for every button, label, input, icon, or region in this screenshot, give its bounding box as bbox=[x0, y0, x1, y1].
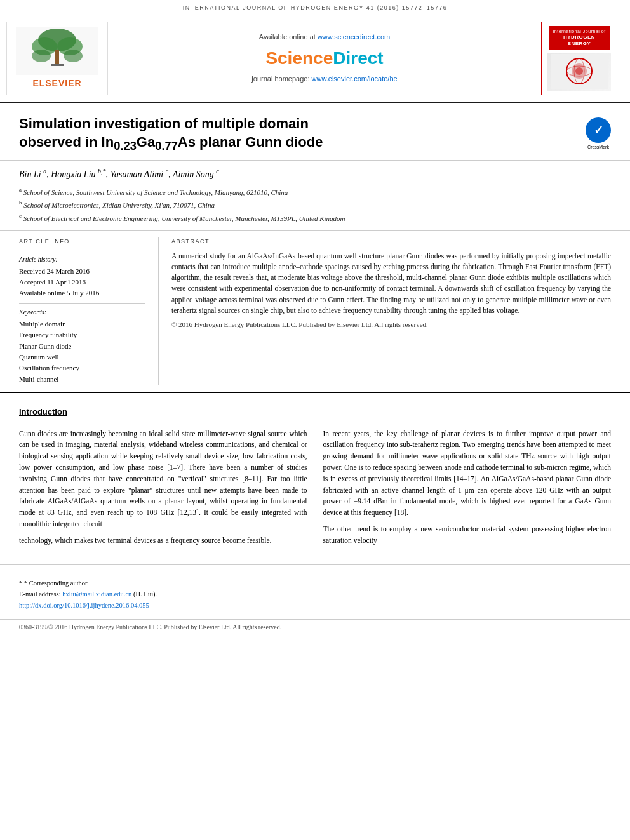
footer-copyright: 0360-3199/© 2016 Hydrogen Energy Publica… bbox=[19, 623, 281, 630]
article-info-column: ARTICLE INFO Article history: Received 2… bbox=[19, 237, 159, 385]
sciencedirect-logo: ScienceDirect bbox=[265, 46, 383, 70]
keyword-6: Multi-channel bbox=[19, 375, 145, 384]
svg-point-5 bbox=[32, 50, 51, 62]
sciencedirect-url-link[interactable]: www.sciencedirect.com bbox=[318, 33, 390, 41]
title-sub2: 0.77 bbox=[155, 139, 178, 152]
elsevier-logo-container: ELSEVIER bbox=[6, 22, 108, 96]
author-aimin-song: Aimin Song bbox=[173, 170, 214, 179]
header-middle: Available online at www.sciencedirect.co… bbox=[114, 22, 535, 96]
title-part2: observed in In0.23Ga0.77As planar Gunn d… bbox=[19, 134, 323, 150]
crossmark-badge: ✓ CrossMark bbox=[586, 117, 611, 143]
footnote-section: * * Corresponding author. E-mail address… bbox=[0, 564, 630, 619]
keyword-1: Multiple domain bbox=[19, 319, 145, 329]
svg-rect-7 bbox=[51, 64, 64, 66]
keywords-label: Keywords: bbox=[19, 308, 145, 317]
doi-link[interactable]: http://dx.doi.org/10.1016/j.ijhydene.201… bbox=[19, 602, 149, 609]
journal-homepage-text: journal homepage: www.elsevier.com/locat… bbox=[251, 74, 397, 84]
email-note: E-mail address: hxliu@mail.xidian.edu.cn… bbox=[19, 590, 611, 599]
keyword-3: Planar Gunn diode bbox=[19, 342, 145, 351]
svg-point-11 bbox=[575, 67, 583, 75]
elsevier-image bbox=[16, 27, 98, 75]
author-yasaman-alimi: Yasaman Alimi bbox=[111, 170, 164, 179]
direct-part: Direct bbox=[333, 48, 383, 68]
affiliation-c: c School of Electrical and Electronic En… bbox=[19, 211, 611, 224]
science-part: Science bbox=[265, 48, 333, 68]
hydrogen-text: HYDROGEN bbox=[553, 34, 605, 41]
accepted-date: Accepted 11 April 2016 bbox=[19, 277, 145, 287]
introduction-heading-wrapper: Introduction bbox=[19, 406, 611, 423]
authors-section: Bin Li a, Hongxia Liu b,*, Yasaman Alimi… bbox=[0, 161, 630, 231]
article-info-title: ARTICLE INFO bbox=[19, 237, 145, 246]
keyword-4: Quantum well bbox=[19, 352, 145, 362]
hydrogen-logo-graphic bbox=[547, 53, 611, 91]
article-title-section: ✓ CrossMark Simulation investigation of … bbox=[0, 103, 630, 161]
keyword-5: Oscillation frequency bbox=[19, 363, 145, 373]
abstract-copyright: © 2016 Hydrogen Energy Publications LLC.… bbox=[171, 320, 611, 330]
article-main-title: Simulation investigation of multiple dom… bbox=[19, 115, 611, 154]
main-content-section: Introduction Gunn diodes are increasingl… bbox=[0, 393, 630, 564]
title-part1: Simulation investigation of multiple dom… bbox=[19, 116, 309, 131]
crossmark-icon: ✓ bbox=[586, 117, 611, 143]
energy-text: ENERGY bbox=[553, 41, 605, 47]
introduction-heading: Introduction bbox=[19, 406, 611, 418]
author-hongxia-liu: Hongxia Liu bbox=[51, 170, 95, 179]
email-suffix: (H. Liu). bbox=[133, 590, 157, 597]
hydrogen-energy-logo: International Journal of HYDROGEN ENERGY bbox=[541, 22, 617, 96]
crossmark-label: CrossMark bbox=[586, 144, 611, 150]
affil-a: a bbox=[43, 168, 46, 175]
abstract-text: A numerical study for an AlGaAs/InGaAs-b… bbox=[171, 251, 611, 317]
keywords-section: Keywords: Multiple domain Frequency tuna… bbox=[19, 303, 145, 384]
intro-paragraph-3: In recent years, the key challenge of pl… bbox=[323, 429, 612, 519]
intro-paragraph-2: technology, which makes two terminal dev… bbox=[19, 535, 307, 547]
intl-text: International Journal of bbox=[553, 29, 605, 34]
intro-paragraph-1: Gunn diodes are increasingly becoming an… bbox=[19, 429, 307, 530]
intro-paragraph-4: The other trend is to employ a new semic… bbox=[323, 524, 612, 547]
elsevier-brand-text: ELSEVIER bbox=[32, 77, 81, 90]
history-label: Article history: bbox=[19, 255, 145, 264]
affiliation-b: b School of Microelectronics, Xidian Uni… bbox=[19, 198, 611, 211]
affiliations-list: a School of Science, Southwest Universit… bbox=[19, 185, 611, 224]
available-online-text: Available online at www.sciencedirect.co… bbox=[259, 32, 390, 42]
abstract-section: ABSTRACT A numerical study for an AlGaAs… bbox=[171, 237, 611, 385]
article-history: Article history: Received 24 March 2016 … bbox=[19, 251, 145, 298]
journal-header-bar: INTERNATIONAL JOURNAL OF HYDROGEN ENERGY… bbox=[0, 0, 630, 15]
corresponding-author-note: * * Corresponding author. bbox=[19, 579, 611, 589]
journal-title-bar: INTERNATIONAL JOURNAL OF HYDROGEN ENERGY… bbox=[183, 4, 448, 11]
doi-line: http://dx.doi.org/10.1016/j.ijhydene.201… bbox=[19, 601, 611, 611]
authors-line: Bin Li a, Hongxia Liu b,*, Yasaman Alimi… bbox=[19, 167, 611, 180]
title-sub1: 0.23 bbox=[114, 139, 137, 152]
affiliation-a: a School of Science, Southwest Universit… bbox=[19, 185, 611, 198]
abstract-title: ABSTRACT bbox=[171, 237, 611, 246]
affil-c1: c bbox=[166, 168, 168, 175]
author-email-link[interactable]: hxliu@mail.xidian.edu.cn bbox=[62, 590, 131, 597]
available-online-date: Available online 5 July 2016 bbox=[19, 288, 145, 298]
footer-bar: 0360-3199/© 2016 Hydrogen Energy Publica… bbox=[0, 619, 630, 635]
received-date: Received 24 March 2016 bbox=[19, 267, 145, 276]
keyword-2: Frequency tunability bbox=[19, 330, 145, 340]
email-label-text: E-mail address: bbox=[19, 590, 61, 597]
article-info-abstract-section: ARTICLE INFO Article history: Received 2… bbox=[0, 231, 630, 393]
svg-point-6 bbox=[64, 50, 83, 62]
header-section: ELSEVIER Available online at www.science… bbox=[0, 15, 630, 104]
hydrogen-energy-box: International Journal of HYDROGEN ENERGY bbox=[549, 26, 609, 50]
affil-b-star: b,* bbox=[98, 168, 106, 175]
journal-homepage-link[interactable]: www.elsevier.com/locate/he bbox=[312, 75, 398, 83]
affil-c2: c bbox=[216, 168, 218, 175]
svg-rect-4 bbox=[55, 50, 59, 65]
author-bin-li: Bin Li bbox=[19, 170, 41, 179]
